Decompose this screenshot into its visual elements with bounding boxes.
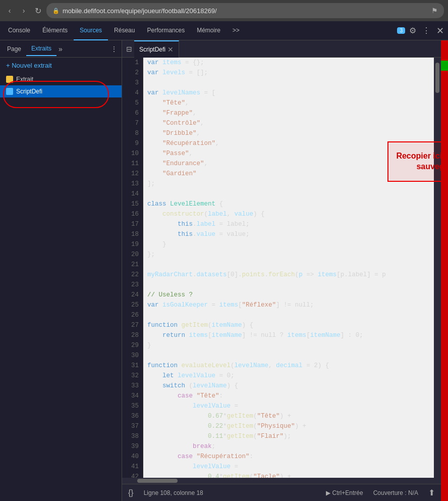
line-number: 20 — [122, 249, 139, 260]
tab-elements[interactable]: Éléments — [36, 21, 74, 40]
format-icon[interactable]: {} — [128, 488, 134, 497]
h-scrollbar-thumb[interactable] — [137, 479, 178, 483]
line-number: 8 — [122, 128, 139, 138]
tab-sources[interactable]: Sources — [74, 21, 108, 40]
horizontal-scrollbar[interactable] — [122, 478, 441, 484]
bookmark-icon[interactable]: ⚑ — [431, 7, 438, 15]
line-number: 38 — [122, 431, 139, 441]
line-numbers: 1234567891011121314151617181920212223242… — [122, 58, 143, 478]
code-line: 0.22*getItem("Physique") + — [147, 421, 430, 431]
code-line: let levelValue = 0; — [147, 371, 430, 381]
code-line: // Useless ? — [147, 290, 430, 300]
code-line: var items = {}; — [147, 58, 430, 68]
line-number: 35 — [122, 401, 139, 411]
line-number: 37 — [122, 421, 139, 431]
sidebar-items-list: Extrait ScriptDefi — [0, 73, 122, 501]
tab-console[interactable]: Console — [2, 21, 36, 40]
line-number: 1 — [122, 58, 139, 68]
address-bar-wrapper: 🔒 ⚑ — [46, 3, 444, 18]
tab-performances[interactable]: Performances — [141, 21, 191, 40]
code-line: "Passe", — [147, 148, 430, 159]
code-editor: 1234567891011121314151617181920212223242… — [122, 58, 441, 478]
vertical-scrollbar[interactable] — [434, 58, 441, 478]
run-shortcut[interactable]: ▶ Ctrl+Entrée — [326, 489, 363, 496]
line-number: 36 — [122, 411, 139, 421]
code-line: var levels = []; — [147, 68, 430, 78]
code-line — [147, 280, 430, 290]
save-icon[interactable]: ⬆ — [428, 488, 435, 497]
code-line: this.label = label; — [147, 219, 430, 229]
code-line: this.value = value; — [147, 229, 430, 239]
scrollbar-thumb[interactable] — [435, 63, 439, 93]
tab-more[interactable]: >> — [227, 21, 246, 40]
code-line: function evaluateLevel(levelName, decima… — [147, 361, 430, 371]
line-number: 27 — [122, 320, 139, 330]
line-number: 25 — [122, 300, 139, 310]
editor-tab-close[interactable]: ✕ — [167, 45, 174, 54]
sidebar-item-extrait[interactable]: Extrait — [0, 73, 122, 85]
snippet-file-icon — [6, 88, 13, 95]
code-line — [147, 189, 430, 199]
sidebar-tab-extraits[interactable]: Extraits — [26, 42, 57, 56]
settings-button[interactable]: ⚙ — [407, 24, 418, 37]
panel-toggle-button[interactable]: ⊟ — [124, 43, 134, 55]
code-line: class LevelElement { — [147, 199, 430, 209]
address-bar[interactable] — [63, 7, 428, 15]
line-number: 30 — [122, 350, 139, 361]
line-number: 9 — [122, 138, 139, 148]
reload-button[interactable]: ↻ — [32, 5, 43, 16]
line-number: 10 — [122, 148, 139, 159]
code-line: break; — [147, 441, 430, 452]
coverage-label: Couverture : N/A — [373, 489, 418, 496]
editor-tab-scriptdefi[interactable]: ScriptDefi ✕ — [134, 40, 179, 58]
sidebar-item-extrait-label: Extrait — [16, 76, 33, 83]
sidebar-more-button[interactable]: » — [57, 43, 65, 55]
notification-badge[interactable]: 3 — [397, 27, 405, 34]
line-number: 22 — [122, 270, 139, 280]
line-number: 13 — [122, 179, 139, 189]
code-line — [147, 310, 430, 320]
line-number: 24 — [122, 290, 139, 300]
line-number: 3 — [122, 78, 139, 88]
sidebar-tab-page[interactable]: Page — [2, 42, 26, 56]
line-number: 6 — [122, 108, 139, 118]
sidebar-tabs: Page Extraits » ⋮ — [0, 40, 122, 58]
line-number: 16 — [122, 209, 139, 219]
browser-toolbar: ‹ › ↻ 🔒 ⚑ — [0, 0, 448, 21]
tab-memoire[interactable]: Mémoire — [191, 21, 227, 40]
status-bar: {} Ligne 108, colonne 18 ▶ Ctrl+Entrée C… — [122, 484, 441, 501]
line-number: 34 — [122, 391, 139, 401]
line-number: 42 — [122, 472, 139, 478]
line-number: 7 — [122, 118, 139, 128]
close-devtools-button[interactable]: ✕ — [434, 23, 446, 38]
new-snippet-button[interactable]: + Nouvel extrait — [0, 58, 122, 73]
code-line: }; — [147, 249, 430, 260]
code-line: ]; — [147, 179, 430, 189]
line-number: 15 — [122, 199, 139, 209]
line-number: 14 — [122, 189, 139, 199]
code-line: function getItem(itemName) { — [147, 320, 430, 330]
new-snippet-label: + Nouvel extrait — [6, 62, 52, 69]
right-sidebar-green — [441, 61, 448, 71]
line-number: 5 — [122, 98, 139, 108]
back-button[interactable]: ‹ — [4, 5, 15, 16]
code-line: 0.4*getItem("Tacle") + — [147, 472, 430, 478]
code-line: var isGoalKeeper = items["Réflexe"] != n… — [147, 300, 430, 310]
sidebar-menu-button[interactable]: ⋮ — [108, 43, 120, 55]
code-content[interactable]: var items = {};var levels = []; var leve… — [143, 58, 434, 478]
more-options-button[interactable]: ⋮ — [420, 24, 432, 37]
tab-reseau[interactable]: Réseau — [108, 21, 141, 40]
sidebar-item-scriptdefi[interactable]: ScriptDefi — [0, 85, 122, 97]
line-number: 21 — [122, 260, 139, 270]
line-number: 32 — [122, 371, 139, 381]
editor-tab-bar: ⊟ ScriptDefi ✕ — [122, 40, 441, 58]
code-line: levelValue = — [147, 401, 430, 411]
code-line: constructor(label, value) { — [147, 209, 430, 219]
line-number: 28 — [122, 330, 139, 340]
forward-button[interactable]: › — [18, 5, 29, 16]
code-line: case "Tête": — [147, 391, 430, 401]
code-line: "Dribble", — [147, 128, 430, 138]
code-line: 0.11*getItem("Flair"); — [147, 431, 430, 441]
line-number: 26 — [122, 310, 139, 320]
browser-chrome: ‹ › ↻ 🔒 ⚑ — [0, 0, 448, 21]
